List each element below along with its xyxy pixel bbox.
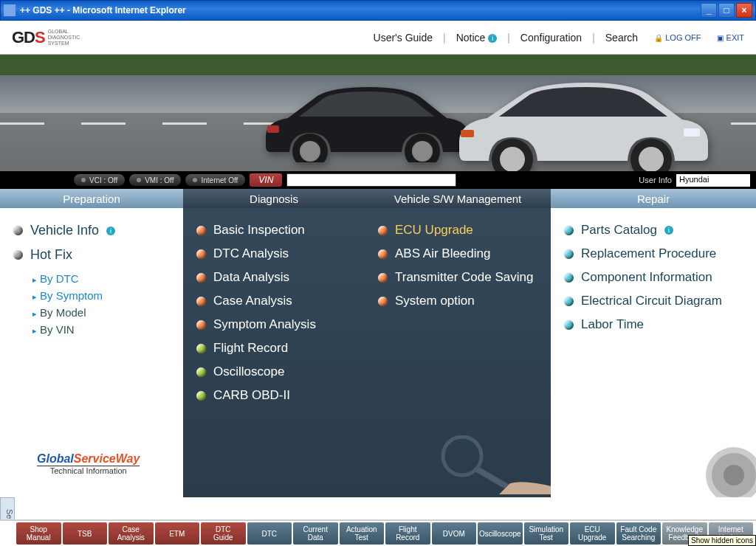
btn-current-data[interactable]: CurrentData <box>293 522 338 545</box>
col-vsw: ECU Upgrade ABS Air Bleeding Transmitter… <box>365 208 551 497</box>
svg-point-15 <box>724 465 744 485</box>
lock-icon: 🔒 <box>654 34 663 42</box>
item-replacement-procedure[interactable]: Replacement Procedure <box>564 242 743 266</box>
btn-etm[interactable]: ETM <box>155 522 200 545</box>
svg-rect-4 <box>267 125 279 133</box>
info-icon: i <box>488 34 497 43</box>
item-abs-bleeding[interactable]: ABS Air Bleeding <box>378 242 537 266</box>
vmi-status: VMI : Off <box>129 174 181 186</box>
nav-users-guide[interactable]: User's Guide <box>374 32 433 44</box>
svg-point-11 <box>443 437 481 475</box>
logoff-link[interactable]: 🔒 LOG OFF <box>654 33 701 42</box>
logo-text: GD <box>12 28 35 46</box>
info-icon: i <box>106 227 115 235</box>
bottombar: ShopManual TSB CaseAnalysis ETM DTCGuide… <box>0 519 756 546</box>
item-basic-inspection[interactable]: Basic Inspection <box>196 218 351 242</box>
sub-by-model[interactable]: By Model <box>32 304 170 321</box>
window-title: ++ GDS ++ - Microsoft Internet Explorer <box>20 5 186 15</box>
btn-fault-code-search[interactable]: Fault CodeSearching <box>616 522 662 545</box>
btn-oscilloscope[interactable]: Oscilloscope <box>478 522 523 545</box>
btn-simulation-test[interactable]: SimulationTest <box>524 522 569 545</box>
banner <box>0 55 756 171</box>
svg-point-1 <box>300 141 320 162</box>
svg-rect-9 <box>684 128 700 136</box>
vin-input[interactable] <box>286 173 456 187</box>
userinfo-label: User Info <box>639 176 672 184</box>
minimize-button[interactable]: _ <box>701 3 717 18</box>
col-repair: Parts Catalog i Replacement Procedure Co… <box>551 208 756 497</box>
statusbar: VCI : Off VMI : Off Internet Off VIN Use… <box>0 171 756 189</box>
item-hotfix[interactable]: Hot Fix <box>13 243 170 267</box>
sub-by-symptom[interactable]: By Symptom <box>32 287 170 304</box>
x-icon: ▣ <box>717 34 724 42</box>
btn-tsb[interactable]: TSB <box>63 522 108 545</box>
item-ecu-upgrade[interactable]: ECU Upgrade <box>378 218 537 242</box>
item-flight-record[interactable]: Flight Record <box>196 336 351 360</box>
btn-dvom[interactable]: DVOM <box>432 522 477 545</box>
close-button[interactable]: × <box>736 3 752 18</box>
nav-search[interactable]: Search <box>605 32 638 44</box>
item-parts-catalog[interactable]: Parts Catalog i <box>564 218 743 242</box>
car-image-black <box>258 81 472 165</box>
svg-line-12 <box>477 469 510 488</box>
col-diagnosis: Basic Inspection DTC Analysis Data Analy… <box>183 208 365 497</box>
svg-point-8 <box>639 147 664 171</box>
svg-rect-10 <box>461 130 474 137</box>
item-component-info[interactable]: Component Information <box>564 266 743 289</box>
item-dtc-analysis[interactable]: DTC Analysis <box>196 242 351 266</box>
col-header-diagnosis: Diagnosis <box>183 189 365 208</box>
main-columns: Vehicle Info i Hot Fix By DTC By Symptom… <box>0 208 756 497</box>
app-icon <box>4 4 16 16</box>
item-labor-time[interactable]: Labor Time <box>564 313 743 336</box>
btn-flight-record[interactable]: FlightRecord <box>385 522 430 545</box>
exit-link[interactable]: ▣ EXIT <box>717 33 744 42</box>
item-system-option[interactable]: System option <box>378 289 537 313</box>
btn-actuation-test[interactable]: ActuationTest <box>340 522 385 545</box>
nav-configuration[interactable]: Configuration <box>520 32 582 44</box>
item-case-analysis[interactable]: Case Analysis <box>196 289 351 313</box>
userinfo-value: Hyundai <box>676 174 750 187</box>
column-headers: Preparation Diagnosis Vehicle S/W Manage… <box>0 189 756 208</box>
brake-disc-deco <box>697 438 756 497</box>
logo-accent: S <box>35 28 45 46</box>
item-carb-obd2[interactable]: CARB OBD-II <box>196 384 351 407</box>
btn-shop-manual[interactable]: ShopManual <box>16 522 61 545</box>
global-service-way[interactable]: GlobalServiceWay Technical Information <box>37 452 140 475</box>
btn-case-analysis[interactable]: CaseAnalysis <box>109 522 154 545</box>
app-frame: GDS GLOBALDIAGNOSTICSYSTEM User's Guide … <box>0 21 756 546</box>
item-vehicle-info[interactable]: Vehicle Info i <box>13 218 170 243</box>
item-oscilloscope[interactable]: Oscilloscope <box>196 360 351 384</box>
window-titlebar: ++ GDS ++ - Microsoft Internet Explorer … <box>0 0 756 21</box>
logo: GDS GLOBALDIAGNOSTICSYSTEM <box>12 28 80 47</box>
item-electrical-diagram[interactable]: Electrical Circuit Diagram <box>564 289 743 313</box>
show-hidden-icons-tooltip: Show hidden icons <box>688 535 756 546</box>
item-symptom-analysis[interactable]: Symptom Analysis <box>196 313 351 336</box>
maximize-button[interactable]: □ <box>718 3 735 18</box>
btn-dtc[interactable]: DTC <box>247 522 292 545</box>
svg-point-3 <box>412 141 433 162</box>
btn-ecu-upgrade[interactable]: ECUUpgrade <box>570 522 615 545</box>
magnifier-deco <box>410 435 558 494</box>
nav-notice[interactable]: Notice i <box>456 32 498 44</box>
svg-point-6 <box>500 147 525 171</box>
btn-dtc-guide[interactable]: DTCGuide <box>201 522 246 545</box>
vin-label: VIN <box>250 173 282 187</box>
internet-status: Internet Off <box>185 174 245 186</box>
sub-by-vin[interactable]: By VIN <box>32 321 170 338</box>
col-header-preparation: Preparation <box>0 189 183 208</box>
vci-status: VCI : Off <box>74 174 125 186</box>
item-transmitter-code[interactable]: Transmitter Code Saving <box>378 266 537 289</box>
topnav: User's Guide | Notice i | Configuration … <box>374 32 744 44</box>
item-data-analysis[interactable]: Data Analysis <box>196 266 351 289</box>
logo-subtitle: GLOBALDIAGNOSTICSYSTEM <box>48 29 80 46</box>
car-image-silver <box>453 77 712 171</box>
col-header-vsw: Vehicle S/W Management <box>365 189 551 208</box>
topbar: GDS GLOBALDIAGNOSTICSYSTEM User's Guide … <box>0 21 756 55</box>
col-preparation: Vehicle Info i Hot Fix By DTC By Symptom… <box>0 208 183 497</box>
sub-by-dtc[interactable]: By DTC <box>32 270 170 287</box>
col-header-repair: Repair <box>551 189 756 208</box>
info-icon: i <box>664 226 673 235</box>
